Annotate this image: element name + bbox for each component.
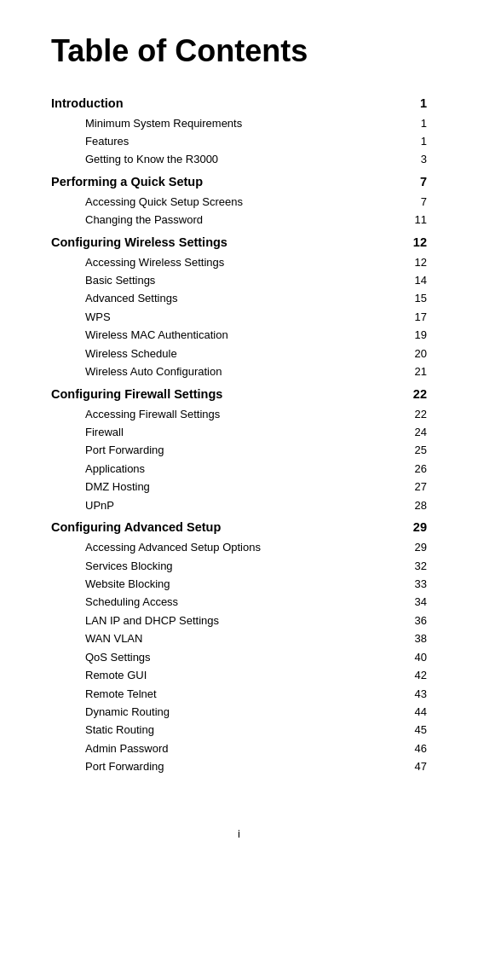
- toc-page-number: 40: [401, 648, 427, 666]
- toc-label: Advanced Settings: [85, 289, 401, 307]
- toc-page-number: 20: [401, 345, 427, 362]
- toc-page-number: 15: [401, 289, 427, 307]
- toc-label: Admin Password: [85, 739, 401, 757]
- toc-label: Features: [85, 132, 401, 150]
- toc-page-number: 29: [401, 538, 427, 556]
- toc-sub-entry: WPS17: [51, 308, 427, 326]
- toc-sub-entry: Remote Telnet43: [51, 685, 427, 703]
- toc-label: Applications: [85, 460, 401, 478]
- toc-sub-entry: Port Forwarding47: [51, 757, 427, 775]
- toc-sub-entry: Changing the Password11: [51, 211, 427, 229]
- toc-page-number: 43: [401, 685, 427, 703]
- toc-sub-entry: Basic Settings14: [51, 271, 427, 289]
- toc-sub-entry: Wireless Schedule20: [51, 345, 427, 362]
- toc-label: Minimum System Requirements: [85, 114, 401, 132]
- toc-sub-entry: WAN VLAN38: [51, 629, 427, 647]
- toc-sub-entry: Getting to Know the R30003: [51, 150, 427, 168]
- toc-label: Performing a Quick Setup: [51, 172, 401, 193]
- toc-page-number: 32: [401, 557, 427, 575]
- toc-page-number: 45: [401, 721, 427, 739]
- toc-chapter-entry: Configuring Advanced Setup29: [51, 518, 427, 538]
- toc-label: Basic Settings: [85, 271, 401, 289]
- toc-sub-entry: Features1: [51, 132, 427, 150]
- toc-page-number: 29: [401, 518, 427, 538]
- toc-sub-entry: Accessing Quick Setup Screens7: [51, 193, 427, 211]
- toc-page-number: 7: [401, 172, 427, 193]
- toc-label: Changing the Password: [85, 211, 401, 229]
- toc-label: UPnP: [85, 496, 401, 514]
- toc-chapter-entry: Configuring Wireless Settings12: [51, 233, 427, 253]
- toc-sub-entry: Accessing Wireless Settings12: [51, 253, 427, 271]
- toc-sub-entry: Applications26: [51, 460, 427, 478]
- toc-page-number: 46: [401, 739, 427, 757]
- toc-label: Services Blocking: [85, 557, 401, 575]
- toc-label: Firewall: [85, 423, 401, 441]
- toc-sub-entry: Services Blocking32: [51, 557, 427, 575]
- toc-page-number: 1: [401, 94, 427, 114]
- toc-label: Static Routing: [85, 721, 401, 739]
- toc-sub-entry: Static Routing45: [51, 721, 427, 739]
- footer-page-number: i: [51, 827, 427, 840]
- toc-page-number: 26: [401, 460, 427, 478]
- toc-sub-entry: Advanced Settings15: [51, 289, 427, 307]
- toc-label: Accessing Advanced Setup Options: [85, 538, 401, 556]
- toc-sub-entry: QoS Settings40: [51, 648, 427, 666]
- toc-label: Configuring Wireless Settings: [51, 233, 401, 253]
- toc-page-number: 24: [401, 423, 427, 441]
- toc-label: Introduction: [51, 94, 401, 114]
- toc-label: Accessing Wireless Settings: [85, 253, 401, 271]
- toc-label: Wireless MAC Authentication: [85, 326, 401, 344]
- toc-label: DMZ Hosting: [85, 478, 401, 496]
- toc-sub-entry: Accessing Advanced Setup Options29: [51, 538, 427, 556]
- toc-page-number: 33: [401, 575, 427, 593]
- page-title: Table of Contents: [51, 34, 427, 68]
- toc-label: Scheduling Access: [85, 593, 401, 611]
- toc-label: Wireless Auto Configuration: [85, 362, 401, 380]
- toc-sub-entry: Wireless Auto Configuration21: [51, 362, 427, 380]
- toc-page-number: 3: [401, 150, 427, 168]
- toc-label: WAN VLAN: [85, 629, 401, 647]
- toc-sub-entry: Minimum System Requirements1: [51, 114, 427, 132]
- toc-label: Port Forwarding: [85, 757, 401, 775]
- toc-page-number: 12: [401, 253, 427, 271]
- toc-sub-entry: Firewall24: [51, 423, 427, 441]
- toc-chapter-entry: Introduction1: [51, 94, 427, 114]
- toc-page-number: 25: [401, 441, 427, 459]
- toc-sub-entry: Wireless MAC Authentication19: [51, 326, 427, 344]
- toc-label: Remote GUI: [85, 666, 401, 684]
- toc-sub-entry: Port Forwarding25: [51, 441, 427, 459]
- toc-label: Configuring Firewall Settings: [51, 385, 401, 405]
- toc-label: Accessing Firewall Settings: [85, 405, 401, 423]
- toc-label: WPS: [85, 308, 401, 326]
- toc-label: Configuring Advanced Setup: [51, 518, 401, 538]
- toc-sub-entry: UPnP28: [51, 496, 427, 514]
- toc-sub-entry: Admin Password46: [51, 739, 427, 757]
- toc-page-number: 12: [401, 233, 427, 253]
- toc-page-number: 22: [401, 385, 427, 405]
- toc-label: Website Blocking: [85, 575, 401, 593]
- toc-chapter-entry: Configuring Firewall Settings22: [51, 385, 427, 405]
- toc-page-number: 19: [401, 326, 427, 344]
- toc-page-number: 17: [401, 308, 427, 326]
- toc-label: Accessing Quick Setup Screens: [85, 193, 401, 211]
- toc-page-number: 44: [401, 703, 427, 721]
- toc-page-number: 1: [401, 114, 427, 132]
- toc-page-number: 47: [401, 757, 427, 775]
- toc-page-number: 28: [401, 496, 427, 514]
- toc-page-number: 38: [401, 629, 427, 647]
- toc-label: Wireless Schedule: [85, 345, 401, 362]
- toc-page-number: 7: [401, 193, 427, 211]
- toc-container: Introduction1Minimum System Requirements…: [51, 94, 427, 776]
- toc-page-number: 27: [401, 478, 427, 496]
- toc-sub-entry: LAN IP and DHCP Settings36: [51, 612, 427, 629]
- toc-page-number: 14: [401, 271, 427, 289]
- toc-label: Remote Telnet: [85, 685, 401, 703]
- toc-sub-entry: DMZ Hosting27: [51, 478, 427, 496]
- toc-page-number: 22: [401, 405, 427, 423]
- toc-page-number: 36: [401, 612, 427, 629]
- toc-sub-entry: Remote GUI42: [51, 666, 427, 684]
- toc-sub-entry: Dynamic Routing44: [51, 703, 427, 721]
- toc-sub-entry: Accessing Firewall Settings22: [51, 405, 427, 423]
- toc-page-number: 21: [401, 362, 427, 380]
- toc-sub-entry: Website Blocking33: [51, 575, 427, 593]
